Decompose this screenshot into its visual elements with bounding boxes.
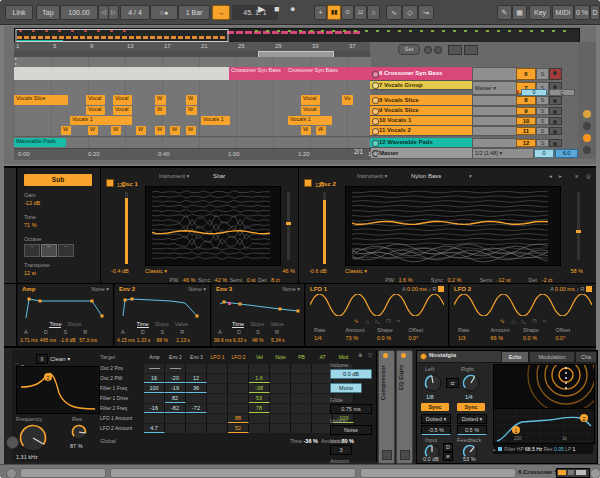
adsr-value-S[interactable]: 48 % (252, 337, 263, 343)
clip[interactable]: W (316, 126, 326, 135)
arm-button-12[interactable] (549, 139, 562, 147)
osc1-pan-value[interactable]: 12L (117, 182, 125, 188)
solo-button-6[interactable]: S (536, 68, 549, 80)
tab-modulation[interactable]: Modulation (529, 351, 575, 363)
adsr-value-D[interactable]: 6.33 s (233, 337, 247, 343)
track-io-8[interactable] (472, 95, 518, 106)
tempo-field[interactable]: 100.00 (60, 5, 98, 20)
matrix-cell[interactable] (207, 404, 228, 413)
next-wavetable-icon[interactable]: ▸ (559, 173, 562, 179)
retrigger-icon[interactable]: R (580, 286, 584, 292)
device-on-toggle[interactable] (420, 353, 427, 360)
track-unfold-icon[interactable] (372, 118, 379, 125)
clip-lane-track-11[interactable]: WWWWWWWWW (14, 126, 371, 137)
lfo-param-value[interactable]: 1/4 (314, 335, 322, 341)
echo-input-value[interactable]: 0.0 dB (423, 456, 439, 462)
clip[interactable]: Vocals 1 (201, 116, 230, 125)
osc1-category-chooser[interactable]: Instrument ▾ (159, 173, 189, 179)
matrix-cell[interactable] (144, 414, 165, 423)
clip[interactable]: Vocals 1 (70, 116, 132, 125)
arm-button-11[interactable] (549, 127, 562, 135)
track-number-9[interactable]: 9 (516, 107, 536, 115)
echo-title-bar[interactable]: Nostalgia Echo Modulation Cha (417, 351, 595, 363)
lfo-shape-icon-0[interactable]: ∿ (500, 318, 505, 324)
lfo-shape-icon-2[interactable]: ◺ (376, 318, 381, 324)
matrix-cell[interactable]: 52 (228, 424, 249, 433)
clip[interactable]: Wavetable Pads (14, 138, 66, 147)
automation-arm-icon[interactable]: ∿ (386, 5, 402, 20)
filter-frequency-knob[interactable] (18, 423, 48, 453)
track-unfold-icon[interactable] (372, 128, 379, 135)
clip[interactable]: Vocals 1 (288, 116, 332, 125)
track-unfold-icon[interactable] (372, 108, 379, 115)
clip[interactable]: W (170, 126, 180, 135)
filter-on-checkbox[interactable] (498, 447, 502, 451)
track-header-6[interactable]: 6 Crossover Syn Bass (370, 67, 479, 81)
osc1-on-toggle[interactable] (106, 179, 114, 187)
echo-right-sync-button[interactable]: Sync (457, 403, 485, 411)
echo-filter-bar[interactable]: ▴ Filter HP 68.5 Hz Res 0.05 LP 1 (493, 444, 593, 454)
time-ruler[interactable]: 0:000:200:401:001:201:40 (14, 148, 371, 160)
track-io-7[interactable]: Master ▾ (472, 81, 518, 95)
tab-slope[interactable]: Slope (155, 321, 169, 327)
hp-value[interactable]: 68.5 Hz (525, 446, 542, 452)
echo-tunnel-display[interactable] (493, 364, 595, 410)
clip[interactable]: W (186, 126, 196, 135)
scroll-dot-1[interactable] (583, 110, 591, 118)
gain-value[interactable]: -12 dB (24, 200, 40, 206)
track-header-master[interactable]: Master (370, 148, 479, 159)
track-unfold-icon[interactable] (372, 140, 379, 147)
clip-lane-track-7[interactable] (14, 81, 371, 96)
tap-tempo-button[interactable]: Tap (36, 5, 60, 20)
clip[interactable]: Vo (342, 95, 353, 105)
nudge-up-icon[interactable]: ▷ (108, 5, 119, 20)
clip[interactable]: W (301, 126, 311, 135)
envelope-mod-chooser[interactable]: None ▾ (189, 286, 206, 292)
phase-icon[interactable]: ø (443, 452, 453, 461)
groove-amount-chooser[interactable]: ○● (150, 5, 178, 20)
track-io-6[interactable] (472, 67, 518, 81)
matrix-cell[interactable] (291, 404, 312, 413)
matrix-cell[interactable] (207, 414, 228, 423)
device-on-led[interactable] (383, 353, 388, 358)
osc2-position-slider[interactable] (577, 192, 580, 260)
clip[interactable]: Vocal (86, 95, 105, 105)
osc2-on-toggle[interactable] (304, 179, 312, 187)
lfo-shape-icon-1[interactable]: △ (511, 318, 516, 324)
echo-left-knob[interactable] (423, 373, 443, 393)
track-header-9[interactable]: 9 Vocals Slice (370, 106, 479, 116)
matrix-cell[interactable] (291, 374, 312, 383)
lfo-shape-icon-2[interactable]: ◺ (522, 318, 527, 324)
matrix-cell[interactable] (165, 424, 186, 433)
adsr-value-A[interactable]: 4.15 ms (117, 337, 135, 343)
matrix-cell[interactable]: -20 (165, 374, 186, 383)
adsr-value-S[interactable]: -1.6 dB (60, 337, 76, 343)
adsr-value-R[interactable]: 2.13 s (176, 337, 190, 343)
matrix-cell[interactable]: 4.7 (144, 424, 165, 433)
clip[interactable]: W (155, 126, 165, 135)
clip[interactable]: W (186, 95, 197, 105)
adsr-value-R[interactable]: 5.34 s (271, 337, 285, 343)
lfo-shape-icon-0[interactable]: ∿ (354, 318, 359, 324)
matrix-cell[interactable] (249, 414, 270, 423)
draw-mode-icon[interactable]: ✎ (497, 5, 512, 20)
filter-res-value[interactable]: 87 % (70, 443, 83, 449)
play-button[interactable]: ▶ (258, 4, 265, 14)
collapsed-device-eq-eight[interactable]: EQ Eight (396, 350, 413, 464)
info-view-toggle[interactable] (6, 468, 17, 478)
matrix-cell-slider[interactable] (149, 368, 160, 369)
adsr-value-A[interactable]: 3.71 ms (20, 337, 38, 343)
solo-button-9[interactable]: S (536, 107, 549, 115)
filter-display[interactable]: 2 (16, 366, 100, 414)
clip[interactable]: W (88, 126, 98, 135)
echo-right-value[interactable]: 1/4 (465, 394, 473, 400)
scroll-dot-2[interactable] (583, 122, 591, 130)
octave-up-button[interactable]: ⌒ (58, 244, 74, 257)
track-header-10[interactable]: 10 Vocals 1 (370, 116, 479, 126)
lfo-param-value[interactable]: 0.0° (556, 335, 566, 341)
filter-frequency-value[interactable]: 1.31 kHz (16, 454, 38, 460)
previous-locator-button[interactable] (424, 46, 432, 54)
volume-value[interactable]: 0.0 dB (330, 369, 372, 379)
tab-slope[interactable]: Slope (67, 321, 81, 327)
midi-map-button[interactable]: MIDI (552, 5, 574, 20)
